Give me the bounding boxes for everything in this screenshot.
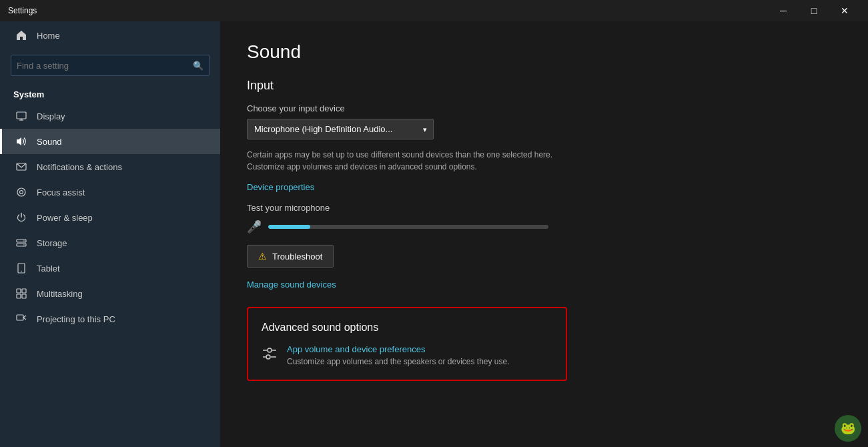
app-volume-icon — [262, 346, 278, 365]
svg-rect-14 — [22, 289, 26, 293]
app-volume-item[interactable]: App volume and device preferences Custom… — [262, 344, 552, 366]
advanced-section-title: Advanced sound options — [262, 322, 552, 334]
svg-rect-8 — [17, 244, 26, 246]
tablet-label: Tablet — [37, 264, 60, 274]
sidebar-item-sound[interactable]: Sound — [0, 129, 220, 154]
svg-rect-13 — [17, 289, 21, 293]
app-volume-desc: Customize app volumes and the speakers o… — [287, 357, 510, 366]
focus-icon — [15, 186, 27, 198]
input-section-title: Input — [247, 79, 841, 93]
mic-progress-bar — [268, 225, 548, 229]
sidebar-item-home[interactable]: Home — [0, 21, 220, 49]
svg-point-12 — [21, 271, 22, 272]
svg-rect-16 — [22, 294, 26, 298]
device-properties-link[interactable]: Device properties — [247, 182, 314, 192]
svg-rect-17 — [17, 315, 23, 320]
home-label: Home — [37, 31, 60, 41]
notifications-icon — [15, 161, 27, 173]
svg-point-9 — [23, 240, 25, 242]
troubleshoot-button[interactable]: ⚠ Troubleshoot — [247, 245, 334, 268]
display-icon — [15, 110, 27, 122]
minimize-button[interactable]: ─ — [768, 0, 799, 21]
title-bar-title: Settings — [8, 6, 768, 15]
tablet-icon — [15, 262, 27, 274]
sidebar-item-multitasking[interactable]: Multitasking — [0, 281, 220, 306]
input-description: Certain apps may be set up to use differ… — [247, 149, 567, 173]
power-icon — [15, 211, 27, 223]
title-bar: Settings ─ □ ✕ — [0, 0, 868, 21]
svg-point-25 — [266, 355, 270, 359]
multitasking-icon — [15, 288, 27, 300]
svg-point-6 — [20, 191, 23, 194]
multitasking-label: Multitasking — [37, 289, 83, 299]
sidebar-item-storage[interactable]: Storage — [0, 230, 220, 256]
search-box[interactable]: 🔍 — [11, 55, 209, 76]
search-icon: 🔍 — [193, 61, 203, 71]
microphone-icon: 🎤 — [247, 219, 262, 234]
input-device-select[interactable]: Microphone (High Definition Audio... — [247, 119, 434, 139]
app-body: Home 🔍 System Display Sound Notific — [0, 21, 868, 447]
sidebar-item-display[interactable]: Display — [0, 103, 220, 129]
test-mic-label: Test your microphone — [247, 203, 841, 213]
manage-sound-devices-link[interactable]: Manage sound devices — [247, 280, 336, 290]
input-device-dropdown-wrapper[interactable]: Microphone (High Definition Audio... ▾ — [247, 119, 434, 139]
app-volume-title[interactable]: App volume and device preferences — [287, 344, 510, 354]
sidebar-section-label: System — [0, 84, 220, 103]
storage-icon — [15, 237, 27, 249]
svg-point-5 — [17, 188, 25, 196]
svg-marker-3 — [17, 137, 21, 145]
troubleshoot-label: Troubleshoot — [272, 252, 322, 262]
sidebar-item-tablet[interactable]: Tablet — [0, 256, 220, 281]
search-input[interactable] — [17, 61, 193, 71]
notifications-label: Notifications & actions — [37, 162, 122, 172]
warning-icon: ⚠ — [258, 251, 267, 262]
title-bar-controls: ─ □ ✕ — [768, 0, 860, 21]
close-button[interactable]: ✕ — [829, 0, 860, 21]
home-icon — [15, 29, 27, 41]
projecting-label: Projecting to this PC — [37, 314, 115, 324]
sound-icon — [15, 135, 27, 147]
storage-label: Storage — [37, 238, 67, 248]
watermark: 🐸 — [835, 415, 861, 442]
sidebar-item-focus[interactable]: Focus assist — [0, 179, 220, 205]
svg-rect-7 — [17, 240, 26, 242]
display-label: Display — [37, 111, 65, 121]
sound-label: Sound — [37, 137, 62, 147]
focus-label: Focus assist — [37, 187, 85, 197]
sidebar-item-projecting[interactable]: Projecting to this PC — [0, 306, 220, 332]
svg-point-22 — [268, 348, 272, 352]
sidebar: Home 🔍 System Display Sound Notific — [0, 21, 220, 447]
app-volume-text: App volume and device preferences Custom… — [287, 344, 510, 366]
sidebar-item-notifications[interactable]: Notifications & actions — [0, 154, 220, 179]
advanced-sound-options-box: Advanced sound options App volume and de… — [247, 307, 567, 381]
svg-point-10 — [23, 244, 25, 246]
choose-device-label: Choose your input device — [247, 103, 841, 113]
microphone-bar: 🎤 — [247, 219, 841, 234]
power-label: Power & sleep — [37, 213, 93, 223]
sidebar-item-power[interactable]: Power & sleep — [0, 205, 220, 230]
mic-progress-fill — [268, 225, 310, 229]
projecting-icon — [15, 313, 27, 325]
main-content: Sound Input Choose your input device Mic… — [220, 21, 868, 447]
svg-rect-15 — [17, 294, 21, 298]
maximize-button[interactable]: □ — [799, 0, 829, 21]
page-title: Sound — [247, 41, 841, 63]
svg-rect-0 — [17, 112, 26, 119]
